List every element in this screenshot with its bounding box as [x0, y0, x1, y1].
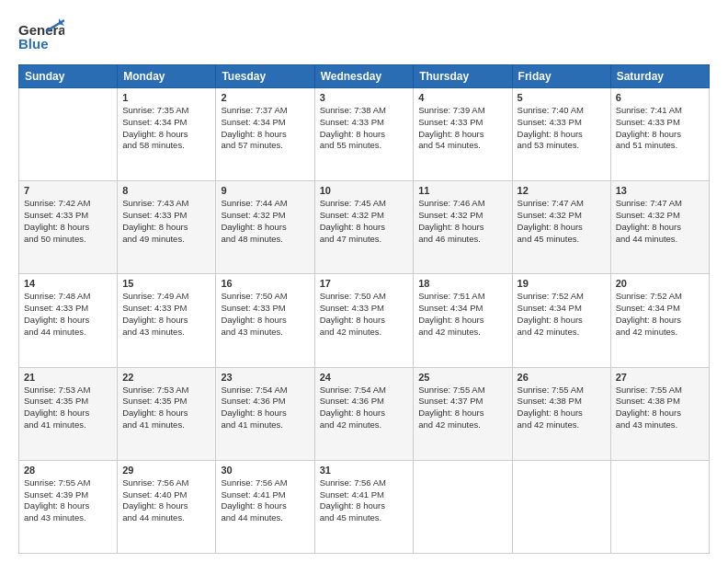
- sunrise-text: Sunrise: 7:42 AM: [24, 198, 112, 210]
- day-number: 29: [122, 465, 210, 476]
- daylight-text: Daylight: 8 hours: [24, 408, 112, 419]
- day-number: 7: [24, 185, 112, 196]
- day-info: Sunrise: 7:48 AMSunset: 4:33 PMDaylight:…: [24, 291, 112, 338]
- header: General Blue: [18, 17, 710, 53]
- day-number: 21: [24, 372, 112, 383]
- sunrise-text: Sunrise: 7:53 AM: [122, 385, 210, 396]
- daylight-text-2: and 42 minutes.: [616, 327, 704, 339]
- daylight-text-2: and 53 minutes.: [518, 140, 606, 152]
- day-cell: 4Sunrise: 7:39 AMSunset: 4:33 PMDaylight…: [414, 88, 512, 181]
- day-info: Sunrise: 7:50 AMSunset: 4:33 PMDaylight:…: [221, 291, 309, 338]
- day-number: 20: [616, 278, 704, 289]
- daylight-text: Daylight: 8 hours: [518, 129, 606, 141]
- day-cell: 2Sunrise: 7:37 AMSunset: 4:34 PMDaylight…: [216, 88, 314, 181]
- daylight-text-2: and 43 minutes.: [24, 512, 112, 524]
- day-number: 13: [616, 185, 704, 196]
- day-number: 31: [320, 465, 409, 476]
- sunset-text: Sunset: 4:32 PM: [320, 210, 409, 222]
- day-number: 17: [320, 278, 409, 289]
- weekday-sunday: Sunday: [19, 65, 118, 88]
- day-cell: 13Sunrise: 7:47 AMSunset: 4:32 PMDayligh…: [610, 181, 709, 274]
- day-number: 4: [418, 92, 506, 103]
- day-info: Sunrise: 7:56 AMSunset: 4:40 PMDaylight:…: [122, 477, 210, 524]
- day-info: Sunrise: 7:55 AMSunset: 4:37 PMDaylight:…: [418, 385, 506, 431]
- daylight-text-2: and 42 minutes.: [418, 419, 506, 431]
- sunrise-text: Sunrise: 7:46 AM: [418, 198, 506, 210]
- sunset-text: Sunset: 4:35 PM: [122, 396, 210, 408]
- sunset-text: Sunset: 4:33 PM: [518, 117, 606, 129]
- svg-text:Blue: Blue: [18, 36, 49, 52]
- sunrise-text: Sunrise: 7:56 AM: [221, 477, 309, 489]
- sunrise-text: Sunrise: 7:50 AM: [221, 291, 309, 303]
- sunset-text: Sunset: 4:40 PM: [122, 489, 210, 501]
- sunset-text: Sunset: 4:37 PM: [418, 396, 506, 408]
- day-info: Sunrise: 7:55 AMSunset: 4:39 PMDaylight:…: [24, 477, 112, 524]
- day-number: 1: [122, 92, 210, 103]
- sunrise-text: Sunrise: 7:35 AM: [122, 105, 210, 117]
- daylight-text: Daylight: 8 hours: [24, 500, 112, 512]
- day-cell: 1Sunrise: 7:35 AMSunset: 4:34 PMDaylight…: [118, 88, 216, 181]
- daylight-text-2: and 57 minutes.: [221, 140, 309, 152]
- weekday-monday: Monday: [118, 65, 216, 88]
- day-cell: 12Sunrise: 7:47 AMSunset: 4:32 PMDayligh…: [512, 181, 610, 274]
- week-row-1: 7Sunrise: 7:42 AMSunset: 4:33 PMDaylight…: [19, 181, 710, 274]
- daylight-text-2: and 54 minutes.: [418, 140, 506, 152]
- daylight-text: Daylight: 8 hours: [518, 222, 606, 234]
- sunset-text: Sunset: 4:36 PM: [320, 396, 409, 408]
- daylight-text: Daylight: 8 hours: [122, 315, 210, 327]
- sunrise-text: Sunrise: 7:54 AM: [221, 385, 309, 396]
- weekday-tuesday: Tuesday: [216, 65, 314, 88]
- week-row-0: 1Sunrise: 7:35 AMSunset: 4:34 PMDaylight…: [19, 88, 710, 181]
- daylight-text: Daylight: 8 hours: [320, 500, 409, 512]
- day-cell: 14Sunrise: 7:48 AMSunset: 4:33 PMDayligh…: [19, 274, 118, 367]
- daylight-text: Daylight: 8 hours: [221, 222, 309, 234]
- sunset-text: Sunset: 4:33 PM: [24, 210, 112, 222]
- day-cell: 7Sunrise: 7:42 AMSunset: 4:33 PMDaylight…: [19, 181, 118, 274]
- daylight-text: Daylight: 8 hours: [221, 129, 309, 141]
- sunrise-text: Sunrise: 7:48 AM: [24, 291, 112, 303]
- sunset-text: Sunset: 4:34 PM: [221, 117, 309, 129]
- daylight-text: Daylight: 8 hours: [122, 129, 210, 141]
- day-info: Sunrise: 7:47 AMSunset: 4:32 PMDaylight:…: [518, 198, 606, 245]
- day-info: Sunrise: 7:54 AMSunset: 4:36 PMDaylight:…: [320, 385, 409, 431]
- day-number: 22: [122, 372, 210, 383]
- daylight-text-2: and 44 minutes.: [616, 234, 704, 246]
- sunrise-text: Sunrise: 7:49 AM: [122, 291, 210, 303]
- day-info: Sunrise: 7:50 AMSunset: 4:33 PMDaylight:…: [320, 291, 409, 338]
- daylight-text-2: and 44 minutes.: [122, 512, 210, 524]
- day-number: 26: [518, 372, 606, 383]
- day-info: Sunrise: 7:41 AMSunset: 4:33 PMDaylight:…: [616, 105, 704, 152]
- day-info: Sunrise: 7:55 AMSunset: 4:38 PMDaylight:…: [518, 385, 606, 431]
- logo-icon: General Blue: [18, 17, 64, 53]
- daylight-text-2: and 55 minutes.: [320, 140, 409, 152]
- week-row-2: 14Sunrise: 7:48 AMSunset: 4:33 PMDayligh…: [19, 274, 710, 367]
- daylight-text-2: and 41 minutes.: [24, 419, 112, 431]
- day-info: Sunrise: 7:45 AMSunset: 4:32 PMDaylight:…: [320, 198, 409, 245]
- day-number: 18: [418, 278, 506, 289]
- sunrise-text: Sunrise: 7:52 AM: [518, 291, 606, 303]
- sunrise-text: Sunrise: 7:51 AM: [418, 291, 506, 303]
- daylight-text: Daylight: 8 hours: [320, 222, 409, 234]
- sunrise-text: Sunrise: 7:55 AM: [24, 477, 112, 489]
- daylight-text: Daylight: 8 hours: [24, 222, 112, 234]
- day-number: 6: [616, 92, 704, 103]
- day-cell: 29Sunrise: 7:56 AMSunset: 4:40 PMDayligh…: [118, 460, 216, 553]
- weekday-thursday: Thursday: [414, 65, 512, 88]
- weekday-wednesday: Wednesday: [314, 65, 414, 88]
- day-cell: 8Sunrise: 7:43 AMSunset: 4:33 PMDaylight…: [118, 181, 216, 274]
- daylight-text: Daylight: 8 hours: [518, 315, 606, 327]
- daylight-text-2: and 42 minutes.: [320, 419, 409, 431]
- daylight-text: Daylight: 8 hours: [221, 315, 309, 327]
- sunrise-text: Sunrise: 7:53 AM: [24, 385, 112, 396]
- sunrise-text: Sunrise: 7:37 AM: [221, 105, 309, 117]
- sunrise-text: Sunrise: 7:38 AM: [320, 105, 409, 117]
- daylight-text-2: and 41 minutes.: [221, 419, 309, 431]
- day-number: 23: [221, 372, 309, 383]
- day-number: 3: [320, 92, 409, 103]
- daylight-text-2: and 43 minutes.: [616, 419, 704, 431]
- sunset-text: Sunset: 4:34 PM: [616, 303, 704, 315]
- daylight-text-2: and 48 minutes.: [221, 234, 309, 246]
- daylight-text-2: and 47 minutes.: [320, 234, 409, 246]
- day-number: 15: [122, 278, 210, 289]
- weekday-saturday: Saturday: [610, 65, 709, 88]
